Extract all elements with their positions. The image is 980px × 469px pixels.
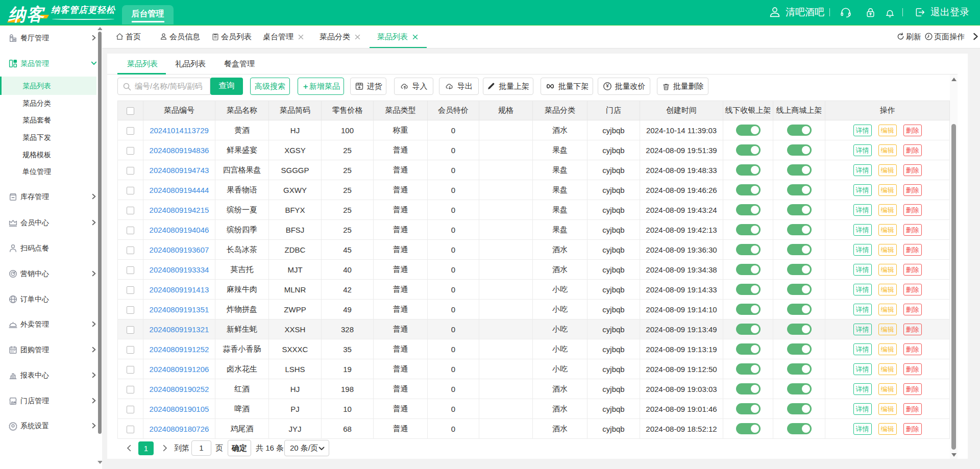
svg-text:¥: ¥ [605, 83, 609, 89]
